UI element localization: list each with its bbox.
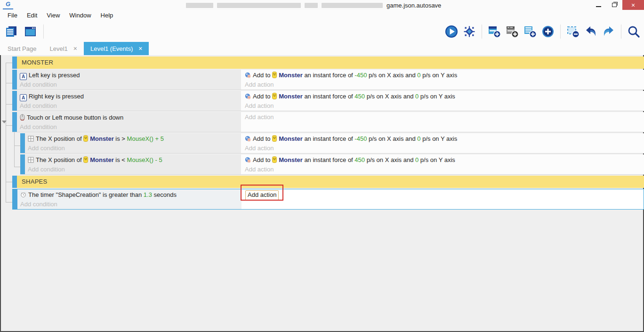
action-line[interactable]: Add to Monster an instant force of -450 … (242, 134, 644, 144)
events-sheet: MONSTERALeft key is pressedAdd condition… (0, 55, 644, 210)
condition-line[interactable]: The X position of Monster is > MouseX() … (25, 134, 241, 144)
add-comment-icon (505, 24, 519, 39)
monster-object-icon (83, 156, 88, 163)
event-text-segment: p/s on X axis and (367, 135, 417, 142)
minimize-icon (596, 6, 601, 7)
redo-button[interactable] (601, 24, 616, 39)
close-icon[interactable]: × (138, 45, 142, 52)
add-condition-placeholder[interactable]: Add condition (17, 80, 241, 89)
add-action-focused[interactable]: Add action (242, 190, 644, 200)
conditions-cell[interactable]: ALeft key is pressedAdd condition (17, 70, 241, 89)
condition-line[interactable]: The timer "ShapeCreation" is greater tha… (17, 190, 242, 200)
toolbar-separator (560, 24, 561, 39)
tab-level1-events[interactable]: Level1 (Events) × (84, 42, 149, 55)
tab-start-page[interactable]: Start Page (1, 42, 43, 55)
menu-view[interactable]: View (42, 10, 64, 21)
event-text-segment: is (114, 135, 122, 142)
action-line[interactable]: Add to Monster an instant force of -450 … (242, 70, 644, 80)
minimize-button[interactable] (590, 0, 606, 10)
conditions-cell[interactable]: The timer "ShapeCreation" is greater tha… (17, 189, 242, 209)
conditions-cell[interactable]: Touch or Left mouse button is downAdd co… (17, 112, 241, 132)
event-text-segment: 1.3 (144, 191, 152, 198)
tab-bar: Start Page Level1 × Level1 (Events) × (0, 42, 644, 55)
close-button[interactable]: × (622, 0, 644, 10)
event-color-bar (12, 70, 17, 89)
force-icon (245, 136, 251, 142)
actions-cell[interactable]: Add to Monster an instant force of -450 … (242, 70, 644, 89)
undo-button[interactable] (583, 24, 598, 39)
window-controls: × (590, 0, 644, 10)
condition-line[interactable]: ARight key is pressed (17, 91, 241, 101)
force-icon (245, 157, 251, 163)
actions-cell[interactable]: Add to Monster an instant force of -450 … (242, 133, 644, 153)
scene-editor-button[interactable] (23, 24, 38, 39)
menu-file[interactable]: File (3, 10, 22, 21)
event-text-segment: Add to (253, 72, 272, 79)
event-row[interactable]: ARight key is pressedAdd conditionAdd to… (12, 91, 644, 111)
actions-cell[interactable]: Add to Monster an instant force of 450 p… (242, 91, 644, 111)
menu-window[interactable]: Window (64, 10, 96, 21)
add-comment-button[interactable] (505, 24, 520, 39)
menu-help[interactable]: Help (96, 10, 118, 21)
actions-cell[interactable]: Add action (242, 189, 644, 209)
event-text-segment: Monster (279, 93, 303, 100)
toolbar-separator (621, 24, 621, 39)
event-row[interactable]: The X position of Monster is < MouseX() … (20, 154, 644, 175)
add-other-event-button[interactable] (540, 24, 555, 39)
event-row[interactable]: Touch or Left mouse button is downAdd co… (12, 112, 644, 132)
undo-icon (584, 24, 598, 39)
event-row[interactable]: The X position of Monster is > MouseX() … (20, 133, 644, 154)
condition-line[interactable]: The X position of Monster is < MouseX() … (25, 155, 241, 165)
add-action-placeholder[interactable]: Add action (242, 144, 644, 153)
monster-object-icon (272, 93, 277, 99)
add-action-placeholder[interactable]: Add action (242, 101, 644, 110)
add-condition-placeholder[interactable]: Add condition (25, 144, 241, 153)
add-action-placeholder[interactable]: Add action (242, 165, 644, 174)
events-editor-button[interactable] (4, 24, 19, 39)
add-condition-placeholder[interactable]: Add condition (17, 122, 241, 131)
add-action-placeholder[interactable]: Add action (242, 113, 644, 121)
add-condition-placeholder[interactable]: Add condition (17, 200, 242, 209)
add-condition-placeholder[interactable]: Add condition (17, 101, 241, 110)
toolbar-separator (482, 24, 482, 39)
search-icon (627, 24, 641, 39)
actions-cell[interactable]: Add action (242, 112, 644, 132)
menu-edit[interactable]: Edit (22, 10, 42, 21)
event-group-row[interactable]: MONSTER (12, 57, 644, 69)
conditions-cell[interactable]: The X position of Monster is < MouseX() … (25, 154, 241, 174)
preview-button[interactable] (444, 24, 459, 39)
timer-icon (20, 192, 26, 198)
tab-level1[interactable]: Level1 × (43, 42, 84, 55)
event-row[interactable]: The timer "ShapeCreation" is greater tha… (12, 189, 644, 210)
events-rows: MONSTERALeft key is pressedAdd condition… (0, 57, 644, 210)
event-text-segment: p/s on X axis and (365, 93, 415, 100)
debug-button[interactable] (462, 24, 477, 39)
add-subevent-button[interactable] (523, 24, 538, 39)
conditions-cell[interactable]: The X position of Monster is > MouseX() … (25, 133, 241, 153)
add-event-button[interactable] (487, 24, 502, 39)
title-redacted (217, 3, 301, 8)
add-action-placeholder[interactable]: Add action (242, 80, 644, 89)
restore-button[interactable] (606, 0, 622, 10)
event-text-segment: p/s on X axis and (367, 72, 417, 79)
event-text-segment: an instant force of (303, 93, 355, 100)
event-text-segment: 0 (417, 72, 420, 79)
add-condition-placeholder[interactable]: Add condition (25, 165, 241, 174)
event-text-segment: -450 (354, 72, 367, 79)
add-event-icon (487, 24, 501, 39)
title-redacted (305, 3, 318, 8)
debug-icon (462, 24, 476, 39)
action-line[interactable]: Add to Monster an instant force of 450 p… (242, 155, 644, 165)
event-row[interactable]: ALeft key is pressedAdd conditionAdd to … (12, 70, 644, 90)
delete-event-button[interactable] (565, 24, 580, 39)
actions-cell[interactable]: Add to Monster an instant force of 450 p… (242, 154, 644, 174)
play-icon (444, 24, 459, 39)
action-line[interactable]: Add to Monster an instant force of 450 p… (242, 91, 644, 101)
event-group-row[interactable]: SHAPES (12, 176, 644, 188)
conditions-cell[interactable]: ARight key is pressedAdd condition (17, 91, 241, 111)
event-text-segment: The X position of (36, 135, 83, 142)
condition-line[interactable]: ALeft key is pressed (17, 70, 241, 80)
search-button[interactable] (626, 24, 641, 39)
condition-line[interactable]: Touch or Left mouse button is down (17, 113, 241, 122)
close-icon[interactable]: × (73, 45, 77, 52)
